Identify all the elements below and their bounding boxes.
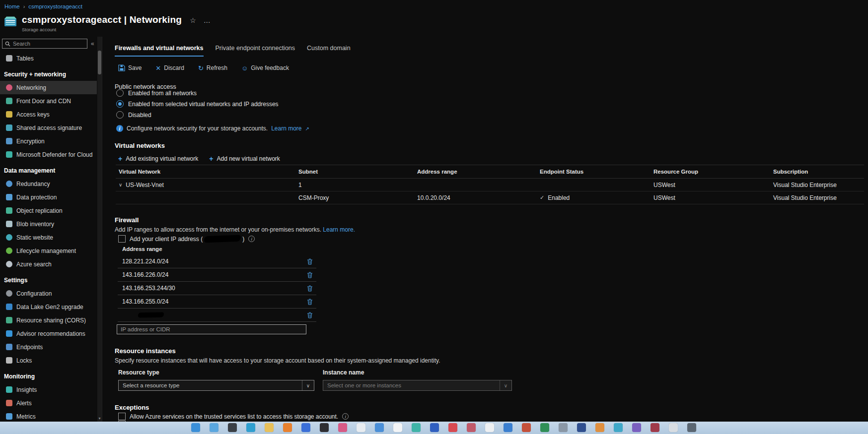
trusted-services-checkbox[interactable] bbox=[118, 413, 126, 420]
address-range-row[interactable]: 143.166.253.244/30 bbox=[118, 282, 316, 295]
firefox-icon[interactable] bbox=[283, 423, 292, 432]
delete-icon[interactable] bbox=[307, 285, 313, 292]
scrollbar-thumb[interactable] bbox=[98, 51, 101, 74]
app-icon-gray[interactable] bbox=[559, 423, 568, 432]
delete-icon[interactable] bbox=[307, 299, 313, 305]
save-button[interactable]: Save bbox=[118, 64, 142, 71]
col-virtual-network[interactable]: Virtual Network bbox=[116, 169, 295, 175]
app-icon-dark[interactable] bbox=[228, 423, 237, 432]
sidebar-item-encryption[interactable]: Encryption bbox=[0, 134, 97, 148]
app-icon-violet[interactable] bbox=[632, 423, 641, 432]
sidebar-item-shared-access-signature[interactable]: Shared access signature bbox=[0, 121, 97, 134]
app-icon-red[interactable] bbox=[448, 423, 457, 432]
delete-icon[interactable] bbox=[307, 258, 313, 265]
delete-icon[interactable] bbox=[307, 312, 313, 318]
app-icon-blue[interactable] bbox=[301, 423, 310, 432]
app-icon-pink[interactable] bbox=[338, 423, 347, 432]
tab-firewalls-and-virtual-networks[interactable]: Firewalls and virtual networks bbox=[115, 45, 204, 57]
windows-start-icon[interactable] bbox=[191, 423, 200, 432]
camera-icon[interactable] bbox=[320, 423, 329, 432]
chevron-down-icon[interactable]: ∨ bbox=[119, 182, 122, 187]
tab-custom-domain[interactable]: Custom domain bbox=[307, 45, 351, 57]
tab-private-endpoint-connections[interactable]: Private endpoint connections bbox=[216, 45, 295, 57]
app-icon-slate[interactable] bbox=[687, 423, 696, 432]
trusted-services-info-icon[interactable]: i bbox=[342, 413, 349, 420]
address-range-row[interactable]: 143.166.255.0/24 bbox=[118, 295, 316, 309]
sidebar-item-data-protection[interactable]: Data protection bbox=[0, 190, 97, 204]
sidebar-item-lifecycle-management[interactable]: Lifecycle management bbox=[0, 244, 97, 257]
sidebar-item-blob-inventory[interactable]: Blob inventory bbox=[0, 217, 97, 231]
radio-enabled-all-networks[interactable]: Enabled from all networks bbox=[116, 89, 197, 97]
give-feedback-button[interactable]: ☺ Give feedback bbox=[241, 64, 289, 71]
instance-name-select[interactable]: Select one or more instances ∨ bbox=[323, 380, 512, 391]
sidebar-item-static-website[interactable]: Static website bbox=[0, 231, 97, 244]
client-ip-info-icon[interactable]: i bbox=[248, 236, 255, 242]
sidebar-item-azure-search[interactable]: Azure search bbox=[0, 257, 97, 271]
outlook-icon[interactable] bbox=[504, 423, 512, 432]
learn-more-link[interactable]: Learn more bbox=[271, 125, 301, 132]
sidebar-item-microsoft-defender[interactable]: Microsoft Defender for Cloud bbox=[0, 148, 97, 161]
radio-disabled[interactable]: Disabled bbox=[116, 111, 151, 119]
radio-selected-icon[interactable] bbox=[116, 100, 124, 108]
col-address-range[interactable]: Address range bbox=[414, 169, 537, 175]
table-row[interactable]: ∨ US-West-Vnet 1 USWest Visual Studio En… bbox=[116, 179, 864, 191]
notes-icon[interactable] bbox=[485, 423, 494, 432]
app-icon-cyan[interactable] bbox=[614, 423, 623, 432]
grid-apps-icon[interactable] bbox=[393, 423, 402, 432]
address-range-row[interactable]: 143.166.226.0/24 bbox=[118, 268, 316, 282]
sidebar-collapse-icon[interactable]: « bbox=[91, 40, 94, 47]
add-client-ip-checkbox[interactable] bbox=[118, 235, 126, 243]
app-icon-steel[interactable] bbox=[375, 423, 384, 432]
col-subscription[interactable]: Subscription bbox=[770, 169, 864, 175]
sidebar-item-object-replication[interactable]: Object replication bbox=[0, 204, 97, 217]
app-icon-maroon[interactable] bbox=[651, 423, 659, 432]
add-new-vnet-button[interactable]: + Add new virtual network bbox=[209, 155, 280, 163]
more-actions-icon[interactable]: … bbox=[204, 16, 211, 24]
col-resource-group[interactable]: Resource Group bbox=[651, 169, 770, 175]
sidebar-item-endpoints[interactable]: Endpoints bbox=[0, 340, 97, 354]
powerpoint-icon[interactable] bbox=[522, 423, 531, 432]
app-icon-light[interactable] bbox=[669, 423, 678, 432]
sidebar-item-metrics[interactable]: Metrics bbox=[0, 410, 97, 422]
app-icon-white[interactable] bbox=[357, 423, 365, 432]
radio-enabled-selected-networks[interactable]: Enabled from selected virtual networks a… bbox=[116, 100, 279, 108]
word-icon[interactable] bbox=[430, 423, 439, 432]
sidebar-scrollbar[interactable]: ▾ bbox=[97, 37, 102, 422]
external-link-icon[interactable]: ↗ bbox=[305, 126, 309, 131]
sidebar-item-alerts[interactable]: Alerts bbox=[0, 396, 97, 410]
discard-button[interactable]: ✕ Discard bbox=[155, 64, 184, 71]
sidebar-item-advisor-recommendations[interactable]: Advisor recommendations bbox=[0, 327, 97, 340]
resource-type-select[interactable]: Select a resource type ∨ bbox=[118, 380, 314, 391]
search-icon[interactable] bbox=[210, 423, 218, 432]
sidebar-item-front-door-and-cdn[interactable]: Front Door and CDN bbox=[0, 94, 97, 108]
ip-address-input[interactable] bbox=[117, 324, 306, 334]
edge-icon[interactable] bbox=[246, 423, 255, 432]
address-range-row[interactable] bbox=[118, 309, 316, 322]
scrollbar-down-arrow[interactable]: ▾ bbox=[97, 416, 102, 421]
sidebar-item-redundancy[interactable]: Redundancy bbox=[0, 177, 97, 190]
app-icon-navy[interactable] bbox=[577, 423, 586, 432]
firewall-learn-more-link[interactable]: Learn more. bbox=[323, 226, 355, 233]
breadcrumb-home-link[interactable]: Home bbox=[4, 3, 20, 9]
table-row[interactable]: CSM-Proxy 10.0.20.0/24 ✓ Enabled USWest … bbox=[116, 191, 864, 204]
folder-icon[interactable] bbox=[265, 423, 274, 432]
col-subnet[interactable]: Subnet bbox=[295, 169, 414, 175]
refresh-button[interactable]: ↻ Refresh bbox=[198, 64, 227, 71]
sidebar-item-configuration[interactable]: Configuration bbox=[0, 287, 97, 300]
sidebar-item-access-keys[interactable]: Access keys bbox=[0, 108, 97, 121]
sidebar-item-tables[interactable]: Tables bbox=[0, 52, 97, 65]
delete-icon[interactable] bbox=[307, 272, 313, 278]
sidebar-item-data-lake-gen2-upgrade[interactable]: Data Lake Gen2 upgrade bbox=[0, 300, 97, 313]
radio-icon[interactable] bbox=[116, 89, 124, 97]
sidebar-item-networking[interactable]: Networking bbox=[0, 81, 97, 94]
col-endpoint-status[interactable]: Endpoint Status bbox=[537, 169, 651, 175]
app-icon-orange[interactable] bbox=[595, 423, 604, 432]
sidebar-item-resource-sharing-cors[interactable]: Resource sharing (CORS) bbox=[0, 313, 97, 327]
radio-icon[interactable] bbox=[116, 111, 124, 119]
notification-icon[interactable] bbox=[467, 423, 476, 432]
app-icon-teal[interactable] bbox=[412, 423, 421, 432]
sidebar-item-insights[interactable]: Insights bbox=[0, 383, 97, 396]
breadcrumb-resource-link[interactable]: csmproxystorageacct bbox=[28, 3, 82, 9]
add-existing-vnet-button[interactable]: + Add existing virtual network bbox=[118, 155, 198, 163]
address-range-row[interactable]: 128.221.224.0/24 bbox=[118, 255, 316, 268]
